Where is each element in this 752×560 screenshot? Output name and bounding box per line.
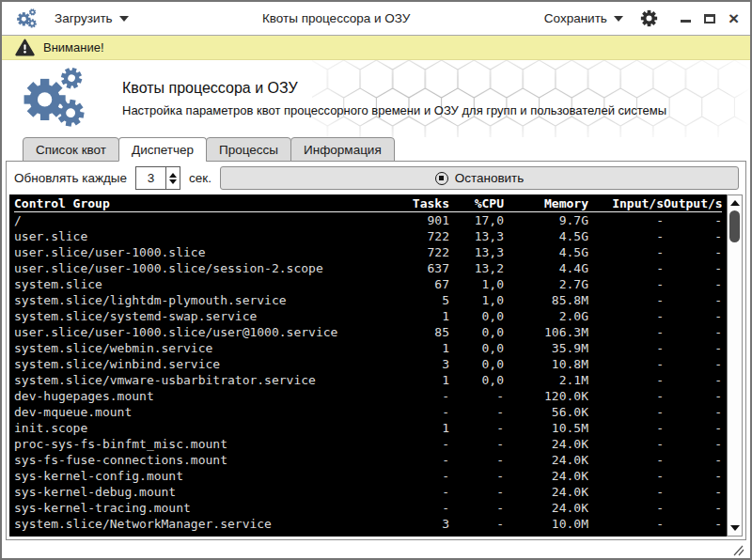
interval-value[interactable]: 3 xyxy=(136,167,165,189)
cell-cpu: - xyxy=(449,468,504,484)
cell-group: sys-kernel-debug.mount xyxy=(14,484,380,500)
table-row[interactable]: user.slice/user-1000.slice/session-2.sco… xyxy=(14,260,722,276)
cell-output: - xyxy=(664,340,722,356)
cell-group: system.slice/systemd-swap.service xyxy=(14,308,380,324)
cell-input: - xyxy=(588,292,664,308)
cell-output: - xyxy=(664,356,722,372)
spinner-up-icon[interactable] xyxy=(169,173,177,178)
vertical-scrollbar[interactable] xyxy=(727,194,743,537)
cell-memory: 2.7G xyxy=(504,276,588,292)
page-header: Квоты процессора и ОЗУ Настройка парамет… xyxy=(2,60,750,137)
table-row[interactable]: system.slice/webmin.service10,035.9M-- xyxy=(14,340,722,356)
col-control-group: Control Group xyxy=(14,195,380,211)
tab-dispatcher[interactable]: Диспетчер xyxy=(118,137,207,162)
table-row[interactable]: system.slice671,02.7G-- xyxy=(14,276,722,292)
table-row[interactable]: user.slice72213,34.5G-- xyxy=(14,228,722,244)
cell-cpu: 17,0 xyxy=(449,212,504,228)
col-cpu: %CPU xyxy=(449,195,504,211)
table-row[interactable]: proc-sys-fs-binfmt_misc.mount--24.0K-- xyxy=(14,436,722,452)
table-row[interactable]: dev-hugepages.mount--120.0K-- xyxy=(14,388,722,404)
cell-memory: 9.7G xyxy=(504,212,588,228)
col-memory: Memory xyxy=(504,195,588,211)
spinner-down-icon[interactable] xyxy=(169,179,177,184)
stop-button[interactable]: Остановить xyxy=(220,166,739,190)
table-header-row: Control Group Tasks %CPU Memory Input/s … xyxy=(14,195,722,212)
cell-input: - xyxy=(588,372,664,388)
tab-information[interactable]: Информация xyxy=(290,137,395,162)
cell-cpu: 13,3 xyxy=(449,228,504,244)
cell-output: - xyxy=(664,260,722,276)
cell-output: - xyxy=(664,228,722,244)
cell-group: system.slice/NetworkManager.service xyxy=(14,516,380,532)
cell-cpu: - xyxy=(449,436,504,452)
table-row[interactable]: init.scope1-10.5M-- xyxy=(14,420,722,436)
warning-text: Внимание! xyxy=(43,40,104,54)
cell-input: - xyxy=(588,228,664,244)
cgroup-table-body: /90117,09.7G--user.slice72213,34.5G--use… xyxy=(14,212,722,532)
table-row[interactable]: sys-fs-fuse-connections.mount--24.0K-- xyxy=(14,452,722,468)
table-row[interactable]: system.slice/vmware-usbarbitrator.servic… xyxy=(14,372,722,388)
cell-tasks: 637 xyxy=(380,260,449,276)
cell-tasks: - xyxy=(380,404,449,420)
minimize-button[interactable] xyxy=(681,20,691,23)
tab-quota-list[interactable]: Список квот xyxy=(23,137,119,162)
load-menu-button[interactable]: Загрузить xyxy=(55,11,129,25)
cell-output: - xyxy=(664,484,722,500)
cell-tasks: 3 xyxy=(380,356,449,372)
cell-tasks: 901 xyxy=(380,212,449,228)
interval-spinner[interactable]: 3 xyxy=(135,166,180,190)
cell-memory: 85.8M xyxy=(504,292,588,308)
cell-cpu: - xyxy=(449,484,504,500)
table-row[interactable]: sys-kernel-debug.mount--24.0K-- xyxy=(14,484,722,500)
settings-gear-icon[interactable] xyxy=(640,9,658,27)
cell-output: - xyxy=(664,244,722,260)
tab-label: Информация xyxy=(304,143,382,157)
resize-grip[interactable] xyxy=(731,545,744,556)
page-subtitle: Настройка параметров квот процессорного … xyxy=(122,103,666,117)
cell-tasks: - xyxy=(380,484,449,500)
scroll-up-icon[interactable] xyxy=(730,200,740,206)
scroll-down-icon[interactable] xyxy=(730,525,740,531)
col-output: Output/s xyxy=(664,195,722,211)
refresh-interval-label: Обновлять каждые xyxy=(14,171,127,185)
cell-output: - xyxy=(664,468,722,484)
table-row[interactable]: system.slice/NetworkManager.service3-10.… xyxy=(14,516,722,532)
cell-group: sys-kernel-config.mount xyxy=(14,468,380,484)
cell-cpu: 1,0 xyxy=(449,276,504,292)
cell-tasks: 1 xyxy=(380,308,449,324)
table-row[interactable]: system.slice/systemd-swap.service10,02.0… xyxy=(14,308,722,324)
cell-output: - xyxy=(664,308,722,324)
cell-cpu: 0,0 xyxy=(449,308,504,324)
cell-group: dev-hugepages.mount xyxy=(14,388,380,404)
cell-output: - xyxy=(664,404,722,420)
load-menu-label: Загрузить xyxy=(55,11,113,25)
table-row[interactable]: system.slice/winbind.service30,010.8M-- xyxy=(14,356,722,372)
table-row[interactable]: user.slice/user-1000.slice72213,34.5G-- xyxy=(14,244,722,260)
cell-group: / xyxy=(14,212,380,228)
scrollbar-thumb[interactable] xyxy=(729,210,740,242)
cell-output: - xyxy=(664,436,722,452)
cell-cpu: 0,0 xyxy=(449,340,504,356)
cell-group: sys-kernel-tracing.mount xyxy=(14,500,380,516)
cell-group: system.slice xyxy=(14,276,380,292)
table-row[interactable]: user.slice/user-1000.slice/user@1000.ser… xyxy=(14,324,722,340)
cell-input: - xyxy=(588,388,664,404)
save-menu-button[interactable]: Сохранить xyxy=(544,11,623,25)
cell-cpu: - xyxy=(449,500,504,516)
cell-group: system.slice/lightdm-plymouth.service xyxy=(14,292,380,308)
table-row[interactable]: /90117,09.7G-- xyxy=(14,212,722,228)
table-row[interactable]: system.slice/lightdm-plymouth.service51,… xyxy=(14,292,722,308)
cell-cpu: - xyxy=(449,516,504,532)
table-row[interactable]: dev-mqueue.mount--56.0K-- xyxy=(14,404,722,420)
col-input: Input/s xyxy=(588,195,664,211)
maximize-button[interactable] xyxy=(704,14,715,23)
cell-group: user.slice/user-1000.slice/session-2.sco… xyxy=(14,260,380,276)
spinner-arrows[interactable] xyxy=(165,167,180,189)
cell-input: - xyxy=(588,308,664,324)
tab-processes[interactable]: Процессы xyxy=(206,137,291,162)
close-button[interactable]: × xyxy=(728,13,739,24)
table-row[interactable]: sys-kernel-tracing.mount--24.0K-- xyxy=(14,500,722,516)
cell-group: init.scope xyxy=(14,420,380,436)
table-row[interactable]: sys-kernel-config.mount--24.0K-- xyxy=(14,468,722,484)
cell-input: - xyxy=(588,516,664,532)
